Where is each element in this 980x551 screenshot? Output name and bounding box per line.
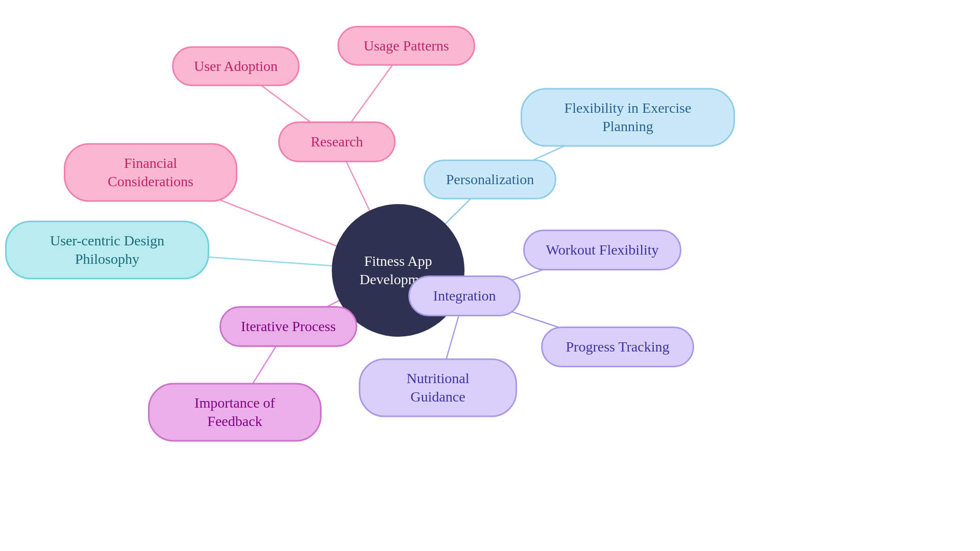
node-financial-considerations[interactable]: Financial Considerations — [64, 143, 237, 202]
node-user-centric[interactable]: User-centric Design Philosophy — [5, 221, 209, 280]
node-label-progress-tracking: Progress Tracking — [561, 338, 673, 356]
node-label-importance-of-feedback: Importance of Feedback — [165, 394, 305, 431]
node-user-adoption[interactable]: User Adoption — [172, 46, 300, 86]
node-progress-tracking[interactable]: Progress Tracking — [541, 327, 694, 367]
mind-map: Fitness App DevelopmentResearchUser Adop… — [0, 0, 980, 551]
node-label-flexibility-exercise: Flexibility in Exercise Planning — [537, 99, 718, 136]
node-research[interactable]: Research — [278, 121, 396, 162]
node-label-financial-considerations: Financial Considerations — [81, 154, 220, 191]
node-label-user-centric: User-centric Design Philosophy — [22, 232, 192, 269]
node-label-integration: Integration — [429, 287, 500, 305]
node-flexibility-exercise[interactable]: Flexibility in Exercise Planning — [521, 88, 735, 147]
node-iterative-process[interactable]: Iterative Process — [219, 306, 357, 347]
node-usage-patterns[interactable]: Usage Patterns — [337, 26, 475, 66]
node-personalization[interactable]: Personalization — [424, 160, 556, 199]
node-workout-flexibility[interactable]: Workout Flexibility — [523, 230, 681, 270]
node-integration[interactable]: Integration — [408, 276, 521, 316]
node-nutritional-guidance[interactable]: Nutritional Guidance — [359, 359, 517, 417]
node-label-personalization: Personalization — [442, 170, 538, 189]
node-label-nutritional-guidance: Nutritional Guidance — [376, 369, 500, 407]
node-label-workout-flexibility: Workout Flexibility — [542, 241, 663, 259]
node-label-iterative-process: Iterative Process — [237, 317, 340, 336]
node-importance-of-feedback[interactable]: Importance of Feedback — [148, 383, 322, 442]
node-label-research: Research — [307, 133, 368, 151]
node-label-usage-patterns: Usage Patterns — [359, 37, 453, 55]
node-label-user-adoption: User Adoption — [190, 57, 282, 76]
